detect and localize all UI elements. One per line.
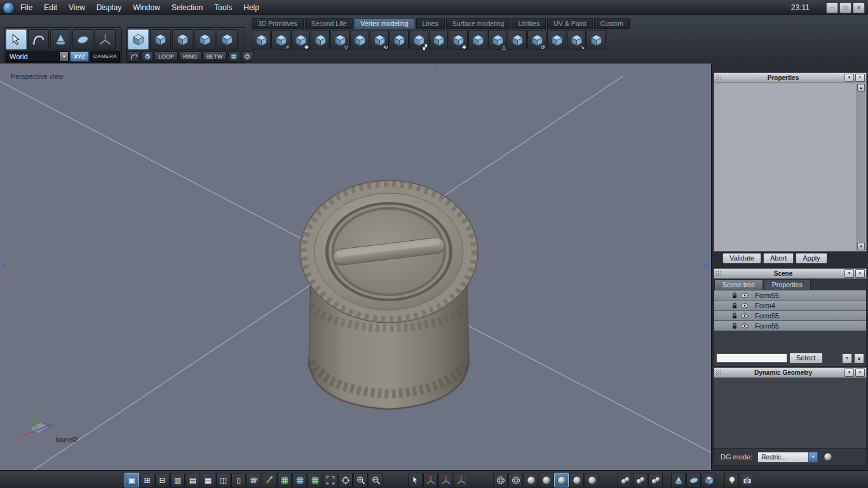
scroll-down-icon[interactable]: ▼ xyxy=(857,243,865,250)
select-edges-icon[interactable] xyxy=(150,29,171,50)
sphere-pair-3-icon[interactable] xyxy=(648,473,663,487)
menu-item-View[interactable]: View xyxy=(63,3,91,12)
vm-tool-11-icon[interactable]: ✚ xyxy=(449,30,468,50)
layout-left-main-icon[interactable]: ◫ xyxy=(216,473,231,487)
misc-tool-2-icon[interactable] xyxy=(686,473,701,487)
zoom-in-icon[interactable] xyxy=(353,473,368,487)
pan-left-icon[interactable]: ◀ xyxy=(1,263,6,269)
viewport-canvas[interactable] xyxy=(0,64,711,470)
dynamic-geometry-panel-header[interactable]: Dynamic Geometry ▾ × xyxy=(714,367,867,378)
mini-face-tool-icon[interactable] xyxy=(141,51,153,62)
tab-scene-tree[interactable]: Scene tree xyxy=(714,280,763,290)
sphere-pair-2-icon[interactable] xyxy=(633,473,648,487)
paint-grid-icon[interactable] xyxy=(247,473,261,487)
menu-item-Help[interactable]: Help xyxy=(238,3,265,12)
menu-item-Window[interactable]: Window xyxy=(127,3,166,12)
ring-button[interactable]: RING xyxy=(179,51,201,61)
properties-scrollbar[interactable]: ▲ ▼ xyxy=(857,84,865,250)
layout-single-icon[interactable]: ▣ xyxy=(125,473,139,487)
tab-Second Life[interactable]: Second Life xyxy=(305,18,353,29)
vm-tool-18-icon[interactable] xyxy=(587,30,606,50)
vm-tool-4-icon[interactable] xyxy=(311,30,330,50)
green-grid-2-icon[interactable] xyxy=(308,473,322,487)
lock-icon[interactable] xyxy=(731,312,738,320)
layout-grid-icon[interactable]: ▦ xyxy=(201,473,215,487)
vm-tool-16-icon[interactable] xyxy=(547,30,566,50)
scene-close-button[interactable]: × xyxy=(855,269,865,278)
betw-button[interactable]: BETW xyxy=(203,51,227,61)
validate-button[interactable]: Validate xyxy=(722,253,761,264)
properties-panel-header[interactable]: Properties ▾ × xyxy=(714,72,867,83)
vm-tool-17-icon[interactable]: ↘ xyxy=(567,30,586,50)
properties-collapse-button[interactable]: ▾ xyxy=(844,74,854,82)
rotate-tool-icon[interactable] xyxy=(438,473,453,487)
select-rect-icon[interactable] xyxy=(6,29,27,50)
eye-icon[interactable] xyxy=(741,322,749,330)
scale-tool-icon[interactable] xyxy=(454,473,468,487)
menu-item-Selection[interactable]: Selection xyxy=(166,3,208,12)
center-view-icon[interactable] xyxy=(338,473,353,487)
scene-item-row[interactable]: Form55 xyxy=(714,311,866,321)
light-bulb-icon[interactable] xyxy=(724,473,739,487)
hidden-line-mode-icon[interactable] xyxy=(508,473,523,487)
perspective-viewport[interactable]: Perspective view ▲ ◀ ▶ x y z barrel2 xyxy=(0,64,711,470)
scene-item-row[interactable]: Form55 xyxy=(714,321,866,331)
lock-icon[interactable] xyxy=(731,302,738,309)
panel-grip-icon[interactable] xyxy=(715,271,722,276)
material-mode-icon[interactable] xyxy=(569,473,584,487)
brush-icon[interactable] xyxy=(262,473,276,487)
tab-Custom[interactable]: Custom xyxy=(594,18,630,29)
vm-tool-14-icon[interactable] xyxy=(508,30,527,50)
tab-3D Primitives[interactable]: 3D Primitives xyxy=(252,18,304,29)
vm-tool-13-icon[interactable]: △ xyxy=(488,30,507,50)
select-arrow-icon[interactable] xyxy=(408,473,423,487)
select-axes-icon[interactable] xyxy=(95,29,116,50)
pan-up-icon[interactable]: ▲ xyxy=(433,65,438,71)
layout-quad-icon[interactable]: ⊞ xyxy=(140,473,154,487)
dg-collapse-button[interactable]: ▾ xyxy=(844,369,854,377)
pan-right-icon[interactable]: ▶ xyxy=(704,263,709,269)
vm-tool-12-icon[interactable] xyxy=(468,30,487,50)
misc-tool-3-icon[interactable] xyxy=(702,473,716,487)
dg-sphere-icon[interactable] xyxy=(823,452,833,462)
expand-up-icon[interactable]: ▲ xyxy=(854,353,864,363)
properties-close-button[interactable]: × xyxy=(855,74,865,82)
world-dropdown[interactable]: World ▾ xyxy=(6,51,69,62)
vm-tool-3-icon[interactable]: ✚ xyxy=(291,30,310,50)
tab-Vertex modeling[interactable]: Vertex modeling xyxy=(354,18,414,29)
maximize-button[interactable]: □ xyxy=(839,3,851,13)
scroll-up-icon[interactable]: ▲ xyxy=(857,84,865,92)
layout-rows-icon[interactable]: ▤ xyxy=(186,473,200,487)
lock-icon[interactable] xyxy=(731,322,738,330)
sphere-pair-1-icon[interactable] xyxy=(618,473,632,487)
tab-Utilities[interactable]: Utilities xyxy=(512,18,546,29)
eye-icon[interactable] xyxy=(741,302,749,309)
vm-tool-10-icon[interactable] xyxy=(429,30,448,50)
scene-filter-input[interactable] xyxy=(716,353,787,363)
camera-button[interactable]: CAMERA xyxy=(90,51,120,62)
flat-shading-mode-icon[interactable] xyxy=(524,473,538,487)
vm-tool-9-icon[interactable]: ▞ xyxy=(409,30,428,50)
lock-icon[interactable] xyxy=(731,292,738,299)
chevron-down-icon[interactable]: ▾ xyxy=(808,452,817,462)
vm-tool-8-icon[interactable] xyxy=(390,30,409,50)
vm-tool-2-icon[interactable]: ↗ xyxy=(271,30,290,50)
select-cone-icon[interactable] xyxy=(50,29,71,50)
apply-button[interactable]: Apply xyxy=(796,253,827,264)
zoom-out-icon[interactable] xyxy=(369,473,383,487)
close-button[interactable]: × xyxy=(853,3,865,13)
abort-button[interactable]: Abort xyxy=(763,253,794,264)
barrel-model[interactable] xyxy=(300,180,478,409)
fit-view-icon[interactable] xyxy=(323,473,337,487)
menu-item-File[interactable]: File xyxy=(15,3,38,12)
mini-edge-tool-icon[interactable] xyxy=(128,51,140,62)
mini-grid-tool-icon[interactable] xyxy=(228,51,240,62)
loop-button[interactable]: LOOP xyxy=(154,51,178,61)
menu-item-Display[interactable]: Display xyxy=(91,3,127,12)
panel-grip-icon[interactable] xyxy=(715,75,722,81)
dg-close-button[interactable]: × xyxy=(855,369,865,377)
mini-sphere-tool-icon[interactable] xyxy=(241,51,254,62)
select-faces-icon[interactable] xyxy=(172,29,193,50)
scene-item-row[interactable]: Form4 xyxy=(714,301,866,311)
vm-tool-15-icon[interactable]: ⟳ xyxy=(527,30,546,50)
